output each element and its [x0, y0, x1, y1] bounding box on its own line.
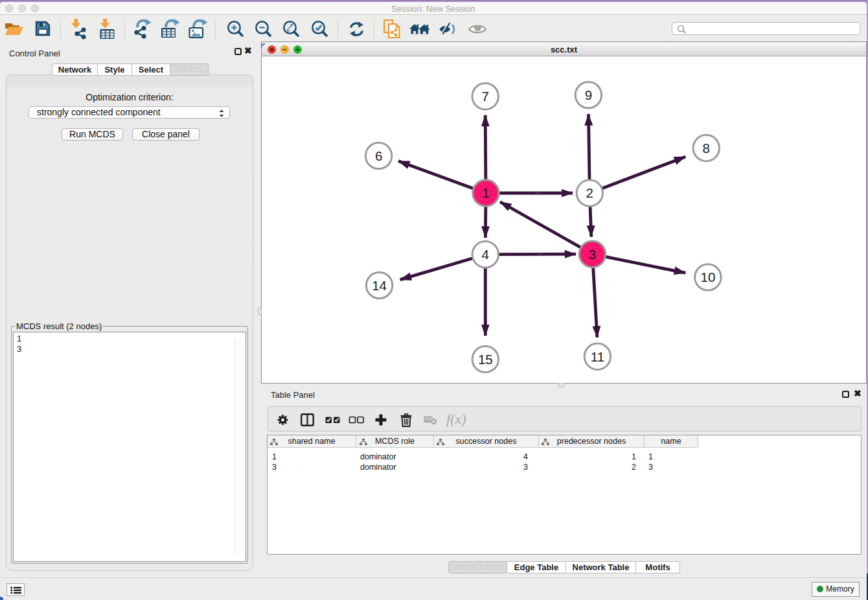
svg-text:8: 8 [703, 141, 710, 156]
svg-text:7: 7 [481, 89, 488, 104]
svg-text:10: 10 [700, 270, 715, 284]
svg-text:1: 1 [482, 185, 489, 200]
svg-text:15: 15 [478, 352, 493, 367]
svg-text:9: 9 [585, 87, 592, 102]
svg-text:11: 11 [591, 349, 604, 364]
svg-text:6: 6 [375, 148, 382, 163]
svg-text:14: 14 [372, 278, 387, 293]
svg-text:2: 2 [586, 185, 593, 200]
svg-text:4: 4 [482, 247, 489, 262]
svg-text:3: 3 [589, 247, 596, 262]
